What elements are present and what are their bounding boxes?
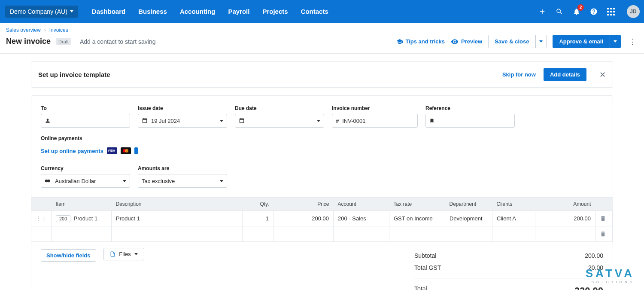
th-tax: Tax rate [389, 198, 445, 211]
currency-label: Currency [41, 165, 130, 171]
trash-icon [600, 231, 606, 237]
nav-dashboard[interactable]: Dashboard [86, 4, 131, 18]
skip-button[interactable]: Skip for now [502, 71, 536, 78]
due-date-group: Due date [235, 105, 324, 128]
delete-row-button[interactable] [595, 211, 613, 226]
currency-select[interactable]: Australian Dollar [41, 174, 130, 188]
calendar-icon [142, 118, 148, 124]
nav-contacts[interactable]: Contacts [295, 4, 334, 18]
issue-date-group: Issue date 19 Jul 2024 [138, 105, 227, 128]
plus-icon[interactable] [538, 8, 546, 15]
files-button[interactable]: Files [103, 248, 144, 260]
watermark-subtext: SOLUTIONS [586, 280, 635, 284]
form-row-2: Currency Australian Dollar Amounts are T… [31, 165, 613, 188]
cell-dept[interactable]: Development [445, 211, 492, 226]
subtotal-row: Subtotal 200.00 [414, 250, 603, 262]
notifications-button[interactable]: 2 [573, 8, 580, 15]
invoice-number-input[interactable]: # INV-0001 [332, 114, 418, 128]
trash-icon [600, 215, 606, 222]
more-menu[interactable]: ⋮ [627, 37, 638, 46]
save-dropdown[interactable] [535, 35, 547, 48]
currency-group: Currency Australian Dollar [41, 165, 130, 188]
cell-clients[interactable]: Client A [492, 211, 535, 226]
reference-label: Reference [425, 105, 515, 111]
setup-banner: Set up invoice template Skip for now Add… [31, 61, 613, 88]
person-icon [45, 118, 51, 124]
issue-date-value: 19 Jul 2024 [151, 118, 180, 124]
drag-handle-icon[interactable]: ⋮⋮ [31, 211, 52, 226]
th-desc: Description [112, 198, 243, 211]
nav-projects[interactable]: Projects [256, 4, 294, 18]
tips-button[interactable]: Tips and tricks [396, 38, 445, 45]
banner-title: Set up invoice template [38, 71, 110, 78]
preview-button[interactable]: Preview [451, 38, 482, 46]
hash-icon: # [336, 118, 339, 124]
main-container: Set up invoice template Skip for now Add… [0, 54, 644, 290]
subheader: Sales overview › Invoices New invoice Dr… [0, 23, 644, 54]
cell-price[interactable]: 200.00 [273, 211, 334, 226]
nav-payroll[interactable]: Payroll [222, 4, 255, 18]
graduation-cap-icon [396, 38, 403, 45]
amounts-group: Amounts are Tax exclusive [138, 165, 227, 188]
to-label: To [41, 105, 130, 111]
nav-accounting[interactable]: Accounting [174, 4, 222, 18]
online-payments-row: Set up online payments [41, 144, 138, 158]
help-icon[interactable] [590, 8, 598, 15]
breadcrumb: Sales overview › Invoices [6, 27, 638, 33]
amounts-select[interactable]: Tax exclusive [138, 174, 227, 188]
approve-dropdown[interactable] [610, 35, 621, 48]
company-selector[interactable]: Demo Company (AU) [5, 6, 78, 18]
search-icon[interactable] [556, 8, 563, 15]
th-price: Price [273, 198, 334, 211]
table-row[interactable]: ⋮⋮ 200 Product 1 Product 1 1 200.00 200 … [31, 211, 613, 226]
online-payments-label: Online payments [41, 135, 138, 141]
cell-account[interactable]: 200 - Sales [334, 211, 389, 226]
show-hide-fields-button[interactable]: Show/hide fields [41, 249, 96, 262]
reference-group: Reference [425, 105, 515, 128]
to-input[interactable] [41, 114, 130, 128]
chevron-down-icon [70, 10, 73, 12]
cell-qty[interactable]: 1 [243, 211, 273, 226]
issue-date-input[interactable]: 19 Jul 2024 [138, 114, 227, 128]
page-title: New invoice [6, 37, 51, 46]
visa-icon [107, 147, 117, 154]
currency-value: Australian Dollar [55, 178, 96, 184]
breadcrumb-sales[interactable]: Sales overview [6, 27, 41, 33]
add-details-button[interactable]: Add details [544, 68, 586, 81]
flag-icon [45, 178, 52, 183]
subtotal-value: 200.00 [585, 252, 603, 259]
setup-online-payments-button[interactable]: Set up online payments [41, 148, 103, 154]
th-account: Account [334, 198, 389, 211]
eye-icon [451, 38, 459, 46]
approve-button-group: Approve & email [553, 35, 621, 48]
amounts-value: Tax exclusive [142, 178, 175, 184]
th-item: Item [52, 198, 112, 211]
th-dept: Department [445, 198, 492, 211]
amounts-label: Amounts are [138, 165, 227, 171]
chevron-down-icon [134, 253, 138, 255]
invoice-card: To Issue date 19 Jul 2024 Due date [31, 95, 613, 290]
due-date-input[interactable] [235, 114, 324, 128]
nav: Dashboard Business Accounting Payroll Pr… [86, 4, 334, 18]
cell-desc[interactable]: Product 1 [112, 211, 243, 226]
table-row-empty[interactable] [31, 226, 613, 242]
breadcrumb-invoices[interactable]: Invoices [49, 27, 68, 33]
close-icon[interactable]: ✕ [599, 70, 606, 79]
apps-icon[interactable] [607, 8, 615, 15]
save-button[interactable]: Save & close [488, 35, 535, 48]
notification-badge: 2 [577, 4, 584, 11]
card-icon [134, 147, 138, 154]
subheader-row: New invoice Draft Add a contact to start… [6, 35, 638, 48]
cell-item[interactable]: 200 Product 1 [52, 211, 112, 226]
delete-row-button[interactable] [595, 226, 613, 242]
reference-input[interactable] [425, 114, 515, 128]
status-badge: Draft [56, 38, 71, 45]
avatar[interactable]: JD [627, 5, 640, 18]
cell-tax[interactable]: GST on Income [389, 211, 445, 226]
cell-amount[interactable]: 200.00 [535, 211, 595, 226]
table-header-row: Item Description Qty. Price Account Tax … [31, 198, 613, 211]
nav-business[interactable]: Business [132, 4, 173, 18]
to-field-group: To [41, 105, 130, 128]
total-label: Total [414, 285, 427, 290]
approve-button[interactable]: Approve & email [553, 35, 610, 48]
